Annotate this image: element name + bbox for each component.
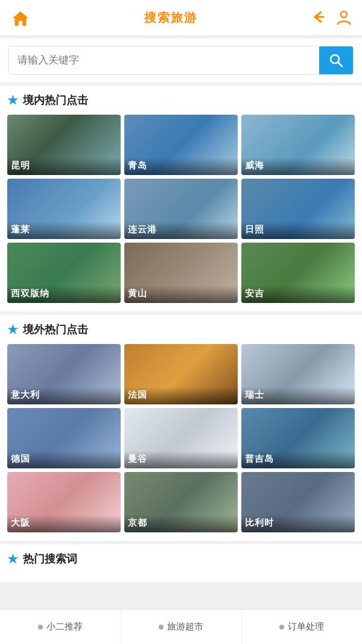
tab-item-0[interactable]: 小二推荐	[0, 610, 121, 644]
overseas-item[interactable]: 普吉岛	[241, 408, 355, 468]
tab-label: 小二推荐	[46, 621, 83, 633]
search-section	[0, 39, 362, 82]
domestic-section: ★ 境内热门点击 昆明青岛威海蓬莱连云港日照西双版纳黄山安吉	[0, 86, 362, 311]
tab-dot	[159, 625, 164, 630]
overseas-item[interactable]: 曼谷	[124, 408, 238, 468]
overseas-item[interactable]: 比利时	[241, 472, 355, 532]
destination-label: 德国	[7, 451, 121, 468]
tab-label: 订单处理	[288, 621, 324, 633]
domestic-title: ★ 境内热门点击	[7, 93, 355, 107]
domestic-item[interactable]: 连云港	[124, 179, 238, 239]
overseas-grid: 意大利法国瑞士德国曼谷普吉岛大阪京都比利时	[7, 344, 355, 532]
tab-label: 旅游超市	[167, 621, 203, 633]
back-button[interactable]	[310, 8, 327, 28]
svg-marker-0	[13, 11, 28, 25]
domestic-item[interactable]: 蓬莱	[7, 179, 121, 239]
destination-label: 黄山	[124, 285, 238, 303]
overseas-item[interactable]: 意大利	[7, 344, 121, 404]
destination-label: 比利时	[241, 515, 355, 532]
star-icon-domestic: ★	[7, 93, 18, 107]
search-input[interactable]	[9, 46, 319, 74]
destination-label: 蓬莱	[7, 222, 121, 239]
page-title: 搜索旅游	[144, 10, 197, 26]
destination-label: 日照	[241, 222, 355, 239]
tab-item-2[interactable]: 订单处理	[242, 610, 362, 644]
overseas-item[interactable]: 德国	[7, 408, 121, 468]
star-icon-overseas: ★	[7, 322, 18, 337]
tab-bar: 小二推荐 旅游超市 订单处理	[0, 609, 362, 644]
overseas-section: ★ 境外热门点击 意大利法国瑞士德国曼谷普吉岛大阪京都比利时	[0, 315, 362, 541]
star-icon-hot: ★	[7, 552, 18, 566]
search-button[interactable]	[319, 46, 353, 74]
destination-label: 大阪	[7, 515, 121, 532]
domestic-grid: 昆明青岛威海蓬莱连云港日照西双版纳黄山安吉	[7, 115, 355, 303]
destination-label: 西双版纳	[7, 285, 121, 303]
user-button[interactable]	[335, 8, 352, 28]
header-actions	[310, 8, 352, 28]
destination-label: 连云港	[124, 222, 238, 239]
tab-dot	[38, 625, 43, 630]
overseas-item[interactable]: 京都	[124, 472, 238, 532]
overseas-item[interactable]: 大阪	[7, 472, 121, 532]
overseas-item[interactable]: 瑞士	[241, 344, 355, 404]
tab-dot	[279, 625, 284, 630]
destination-label: 安吉	[241, 285, 355, 303]
destination-label: 普吉岛	[241, 451, 355, 468]
svg-line-3	[338, 63, 343, 67]
domestic-item[interactable]: 西双版纳	[7, 243, 121, 303]
domestic-item[interactable]: 日照	[241, 179, 355, 239]
overseas-item[interactable]: 法国	[124, 344, 238, 404]
domestic-item[interactable]: 威海	[241, 115, 355, 175]
destination-label: 青岛	[124, 158, 238, 175]
destination-label: 曼谷	[124, 451, 238, 468]
search-icon	[328, 52, 345, 69]
home-button[interactable]	[10, 7, 31, 29]
domestic-item[interactable]: 昆明	[7, 115, 121, 175]
header: 搜索旅游	[0, 0, 362, 36]
home-icon	[11, 8, 30, 28]
search-bar	[8, 46, 354, 75]
overseas-title: ★ 境外热门点击	[7, 322, 355, 337]
tab-item-1[interactable]: 旅游超市	[121, 610, 241, 644]
destination-label: 意大利	[7, 387, 121, 404]
svg-point-1	[341, 11, 347, 18]
destination-label: 法国	[124, 387, 238, 404]
domestic-item[interactable]: 黄山	[124, 243, 238, 303]
hot-search-title: ★ 热门搜索词	[7, 552, 355, 566]
destination-label: 昆明	[7, 158, 121, 175]
domestic-item[interactable]: 安吉	[241, 243, 355, 303]
user-icon	[335, 8, 352, 25]
domestic-item[interactable]: 青岛	[124, 115, 238, 175]
back-icon	[310, 8, 327, 25]
destination-label: 威海	[241, 158, 355, 175]
hot-search-section: ★ 热门搜索词	[0, 544, 362, 582]
destination-label: 京都	[124, 515, 238, 532]
destination-label: 瑞士	[241, 387, 355, 404]
